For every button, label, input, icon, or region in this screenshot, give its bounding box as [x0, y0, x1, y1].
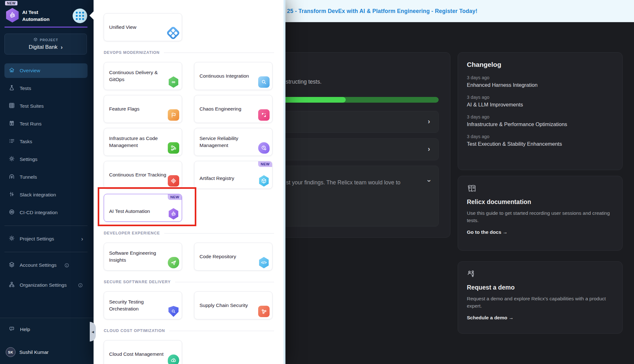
module-card-continuous-integration[interactable]: Continuous Integration [194, 62, 272, 90]
module-card-continuous-delivery-gitops[interactable]: Continuous Delivery & GitOps ∞ [104, 62, 182, 90]
help-chat-icon: ? [9, 326, 15, 333]
people-icon [467, 270, 613, 279]
grid-icon [76, 12, 84, 20]
module-switcher-button[interactable] [73, 9, 87, 23]
changelog-entry-time: 3 days ago [467, 95, 613, 100]
module-card-service-reliability[interactable]: Service Reliability Management [194, 128, 272, 156]
sidebar-item-label: Organization Settings [20, 282, 67, 289]
package-icon [33, 37, 38, 42]
module-card-chaos-engineering[interactable]: Chaos Engineering [194, 95, 272, 123]
columns-icon [9, 120, 15, 128]
module-card-security-testing-orchestration[interactable]: Security Testing Orchestration [104, 291, 182, 319]
sidebar-item-settings[interactable]: Settings [4, 152, 88, 167]
banner-text: 25 - Transform DevEx with AI & Platform … [287, 0, 477, 22]
module-card-label: Continuous Integration [199, 67, 258, 85]
sidebar-item-overview[interactable]: Overview [4, 63, 88, 78]
sidebar-divider [4, 252, 88, 252]
changelog-entry[interactable]: 3 days ago Test Execution & Stability En… [467, 134, 613, 147]
sidebar-item-tunnels[interactable]: Tunnels [4, 170, 88, 184]
project-name: Digital Bank [29, 44, 57, 50]
changelog-entry-title: AI & LLM Improvements [467, 102, 613, 108]
sidebar-item-slack-integration[interactable]: Slack integration [4, 188, 88, 202]
module-card-label: Artifact Registry [199, 166, 258, 184]
chevron-right-icon: › [81, 236, 83, 242]
module-card-software-engineering-insights[interactable]: Software Engineering Insights [104, 243, 182, 271]
flag-icon [168, 109, 179, 121]
changelog-entry-title: Test Execution & Stability Enhancements [467, 141, 613, 147]
module-card-feature-flags[interactable]: Feature Flags [104, 95, 182, 123]
pinwheel-icon [258, 109, 270, 121]
sidebar-nav: Overview Tests Test Suites Test Runs Tas… [4, 63, 88, 298]
tunnel-icon [9, 173, 15, 181]
sidebar-item-tests[interactable]: Tests [4, 81, 88, 96]
slack-icon [9, 191, 15, 199]
module-card-label: Code Repository [199, 248, 258, 265]
sidebar-item-test-suites[interactable]: Test Suites [4, 99, 88, 113]
avatar: SK [6, 347, 16, 357]
org-chart-icon [9, 281, 15, 289]
new-badge: NEW [258, 161, 272, 167]
sidebar-item-label: Tests [20, 86, 31, 91]
infinity-icon: ∞ [168, 76, 179, 88]
sidebar-item-label: Test Suites [20, 103, 44, 109]
module-card-ai-test-automation[interactable]: NEW AI Test Automation [104, 194, 182, 222]
module-card-label: Service Reliability Management [199, 133, 258, 151]
sidebar-item-tasks[interactable]: Tasks [4, 134, 88, 149]
go-to-docs-link[interactable]: Go to the docs → [467, 229, 613, 235]
module-card-label: Supply Chain Security [199, 297, 258, 314]
changelog-entry[interactable]: 3 days ago Enhanced Harness Integration [467, 75, 613, 88]
changelog-entry-time: 3 days ago [467, 75, 613, 80]
module-card-artifact-registry[interactable]: NEW Artifact Registry [194, 161, 272, 189]
sidebar-collapse-handle[interactable]: ◀ [90, 322, 96, 342]
info-icon [64, 263, 69, 268]
sidebar-item-organization-settings[interactable]: Organization Settings [4, 276, 88, 295]
target-icon [168, 175, 179, 187]
module-picker-panel: Unified View DEVOPS MODERNIZATION Contin… [94, 0, 285, 364]
module-card-code-repository[interactable]: Code Repository </> [194, 243, 272, 271]
module-card-label: Chaos Engineering [199, 100, 258, 118]
changelog-entry[interactable]: 3 days ago Infrastructure & Performance … [467, 114, 613, 127]
sidebar-item-label: Slack integration [20, 192, 56, 198]
schedule-demo-link[interactable]: Schedule a demo → [467, 315, 613, 321]
network-icon [258, 306, 270, 317]
app-root: 25 - Transform DevEx with AI & Platform … [0, 0, 634, 364]
code-icon: </> [258, 257, 270, 268]
documentation-card: Relicx documentation Use this guide to g… [458, 176, 623, 251]
user-name: Sushil Kumar [19, 349, 49, 355]
user-menu[interactable]: SK Sushil Kumar [6, 347, 49, 357]
home-icon [9, 67, 15, 74]
cube-icon [258, 175, 270, 187]
module-card-unified-view[interactable]: Unified View [104, 13, 182, 41]
sidebar-item-cicd-integration[interactable]: CI-CD integration [4, 205, 88, 220]
changelog-title: Changelog [467, 61, 613, 68]
brand-accent-rule [4, 27, 88, 28]
section-header-secure-software-delivery: SECURE SOFTWARE DELIVERY [104, 279, 274, 284]
sidebar-item-label: Tunnels [20, 174, 37, 180]
new-badge: NEW [168, 194, 182, 200]
module-card-supply-chain-security[interactable]: Supply Chain Security [194, 291, 272, 319]
robot-icon [168, 208, 179, 220]
section-header-developer-experience: DEVELOPER EXPERIENCE [104, 231, 274, 236]
module-card-label: Cloud Cost Management [109, 345, 168, 363]
section-header-devops: DEVOPS MODERNIZATION [104, 50, 274, 55]
module-card-continuous-error-tracking[interactable]: Continuous Error Tracking [104, 161, 182, 189]
module-card-label: Feature Flags [109, 100, 168, 118]
sidebar-item-account-settings[interactable]: Account Settings [4, 258, 88, 272]
app-title: AI Test Automation [22, 9, 63, 22]
request-demo-title: Request a demo [467, 284, 613, 291]
module-card-cloud-cost-management[interactable]: Cloud Cost Management $ [104, 340, 182, 364]
ai-test-automation-logo-icon [5, 8, 20, 22]
circuit-icon [168, 142, 179, 154]
changelog-card: Changelog 3 days ago Enhanced Harness In… [458, 52, 623, 170]
changelog-entry-title: Infrastructure & Performance Optimizatio… [467, 121, 613, 127]
help-button[interactable]: ? Help [9, 326, 30, 333]
sidebar-item-project-settings[interactable]: Project Settings › [4, 232, 88, 246]
sidebar-item-test-runs[interactable]: Test Runs [4, 117, 88, 131]
shield-magnifier-icon [168, 306, 179, 317]
panel-scrollbar[interactable] [284, 0, 285, 364]
chevron-right-icon: › [428, 145, 430, 153]
module-card-infrastructure-as-code[interactable]: Infrastructure as Code Management [104, 128, 182, 156]
changelog-entry[interactable]: 3 days ago AI & LLM Improvements [467, 95, 613, 108]
project-selector[interactable]: PROJECT Digital Bank › [4, 34, 87, 54]
module-card-label: Infrastructure as Code Management [109, 133, 168, 151]
